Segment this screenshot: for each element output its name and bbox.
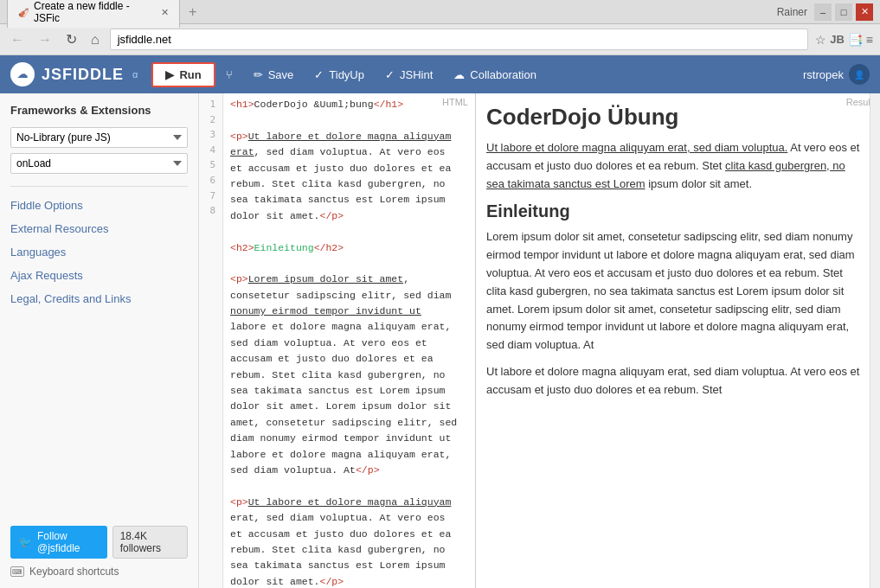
collaboration-button[interactable]: ☁ Collaboration xyxy=(443,63,547,86)
save-button[interactable]: ✏ Save xyxy=(243,63,305,86)
follow-button[interactable]: 🐦 Follow @jsfiddle xyxy=(10,526,107,559)
close-button[interactable]: ✕ xyxy=(856,3,873,21)
address-icons: ☆ JB 📑 ≡ xyxy=(815,33,873,47)
bookmark-icon[interactable]: 📑 xyxy=(848,33,863,47)
jshint-button[interactable]: ✓ JSHint xyxy=(375,63,443,86)
jb-icon[interactable]: JB xyxy=(830,33,845,46)
maximize-button[interactable]: □ xyxy=(835,3,852,21)
save-label: Save xyxy=(268,68,294,81)
sidebar-item-ajax-requests[interactable]: Ajax Requests xyxy=(10,264,188,287)
tab-close-icon[interactable]: ✕ xyxy=(161,7,169,18)
logo-area: ☁ JSFIDDLE α xyxy=(10,62,138,86)
fork-button[interactable]: ⑂ xyxy=(215,63,243,86)
sidebar-item-fiddle-options[interactable]: Fiddle Options xyxy=(10,194,188,217)
result-p1: Ut labore et dolore magna aliquyam erat,… xyxy=(486,139,863,193)
keyboard-icon: ⌨ xyxy=(10,566,24,577)
result-p1-link: Ut labore et dolore magna aliquyam erat,… xyxy=(486,141,787,154)
result-h2: Einleitung xyxy=(486,201,863,221)
tab-title: Create a new fiddle - JSFic xyxy=(34,0,156,24)
result-p2: Lorem ipsum dolor sit amet, consetetur s… xyxy=(486,228,863,355)
sidebar-item-languages[interactable]: Languages xyxy=(10,240,188,264)
run-button[interactable]: ▶ Run xyxy=(151,62,215,87)
save-icon: ✏ xyxy=(254,68,263,81)
logo-text: JSFIDDLE xyxy=(42,66,124,84)
back-button[interactable]: ← xyxy=(7,30,28,49)
window-controls: – □ ✕ xyxy=(814,3,873,21)
url-box[interactable]: jsfiddle.net xyxy=(110,29,809,50)
result-scrollbar[interactable] xyxy=(870,93,880,588)
sidebar-item-legal[interactable]: Legal, Credits and Links xyxy=(10,287,188,310)
minimize-button[interactable]: – xyxy=(814,3,832,21)
new-tab-button[interactable]: + xyxy=(183,3,202,22)
tab-area: 🎻 Create a new fiddle - JSFic ✕ + xyxy=(7,0,770,28)
result-p3: Ut labore et dolore magna aliquyam erat,… xyxy=(486,363,863,399)
line-numbers: 12345678 xyxy=(199,93,223,588)
collaboration-icon: ☁ xyxy=(453,68,465,81)
fork-icon: ⑂ xyxy=(226,68,233,81)
sidebar: Frameworks & Extensions No-Library (pure… xyxy=(0,93,199,588)
star-icon[interactable]: ☆ xyxy=(815,33,826,47)
run-label: Run xyxy=(179,68,201,81)
sidebar-divider-1 xyxy=(10,186,188,187)
tidyup-button[interactable]: ✓ TidyUp xyxy=(304,63,375,86)
menu-icon[interactable]: ≡ xyxy=(866,33,873,47)
keyboard-shortcuts-label: Keyboard shortcuts xyxy=(29,566,119,578)
browser-tab[interactable]: 🎻 Create a new fiddle - JSFic ✕ xyxy=(7,0,180,28)
forward-button[interactable]: → xyxy=(35,30,55,49)
user-area[interactable]: rstropek 👤 xyxy=(803,64,870,85)
user-avatar: 👤 xyxy=(849,64,870,85)
library-select[interactable]: No-Library (pure JS) xyxy=(10,127,188,148)
jshint-label: JSHint xyxy=(400,68,433,81)
user-name: rstropek xyxy=(803,68,844,81)
follow-label: Follow @jsfiddle xyxy=(37,530,99,554)
logo-alpha: α xyxy=(132,69,138,80)
followers-badge: 18.4K followers xyxy=(112,526,188,559)
sidebar-item-external-resources[interactable]: External Resources xyxy=(10,217,188,240)
main-content: Frameworks & Extensions No-Library (pure… xyxy=(0,93,880,588)
url-text: jsfiddle.net xyxy=(118,33,171,46)
sidebar-bottom: 🐦 Follow @jsfiddle 18.4K followers ⌨ Key… xyxy=(10,519,188,578)
title-bar: 🎻 Create a new fiddle - JSFic ✕ + Rainer… xyxy=(0,0,880,24)
social-row: 🐦 Follow @jsfiddle 18.4K followers xyxy=(10,526,188,559)
jshint-icon: ✓ xyxy=(385,68,395,81)
collaboration-label: Collaboration xyxy=(470,68,536,81)
left-editors: HTML 12345678 <h1>CoderDojo &Uuml;bung</… xyxy=(199,93,476,588)
followers-count: 18.4K followers xyxy=(120,530,180,554)
result-panel: Result CoderDojo Übung Ut labore et dolo… xyxy=(476,93,880,588)
html-label: HTML xyxy=(442,97,468,107)
main-toolbar: ☁ JSFIDDLE α ▶ Run ⑂ ✏ Save ✓ TidyUp ✓ J… xyxy=(0,55,880,93)
twitter-icon: 🐦 xyxy=(19,536,32,548)
html-code-editor[interactable]: 12345678 <h1>CoderDojo &Uuml;bung</h1> <… xyxy=(199,93,475,588)
result-p1-link2: clita kasd gubergren, no sea takimata sa… xyxy=(486,159,845,190)
reload-button[interactable]: ↻ xyxy=(62,29,80,49)
run-icon: ▶ xyxy=(165,68,174,81)
tidyup-icon: ✓ xyxy=(314,68,324,81)
user-label: Rainer xyxy=(770,6,814,18)
logo-icon: ☁ xyxy=(10,62,35,86)
html-code-content[interactable]: <h1>CoderDojo &Uuml;bung</h1> <p>Ut labo… xyxy=(223,93,475,588)
html-editor-panel: HTML 12345678 <h1>CoderDojo &Uuml;bung</… xyxy=(199,93,475,588)
address-bar: ← → ↻ ⌂ jsfiddle.net ☆ JB 📑 ≡ xyxy=(0,24,880,55)
tab-favicon: 🎻 xyxy=(18,8,29,17)
keyboard-shortcuts-link[interactable]: ⌨ Keyboard shortcuts xyxy=(10,566,188,578)
result-h1: CoderDojo Übung xyxy=(486,104,863,131)
load-select[interactable]: onLoad xyxy=(10,153,188,174)
editors-and-result: HTML 12345678 <h1>CoderDojo &Uuml;bung</… xyxy=(199,93,880,588)
tidyup-label: TidyUp xyxy=(329,68,364,81)
home-button[interactable]: ⌂ xyxy=(87,30,103,49)
result-content: CoderDojo Übung Ut labore et dolore magn… xyxy=(476,93,880,588)
frameworks-title: Frameworks & Extensions xyxy=(10,104,188,120)
